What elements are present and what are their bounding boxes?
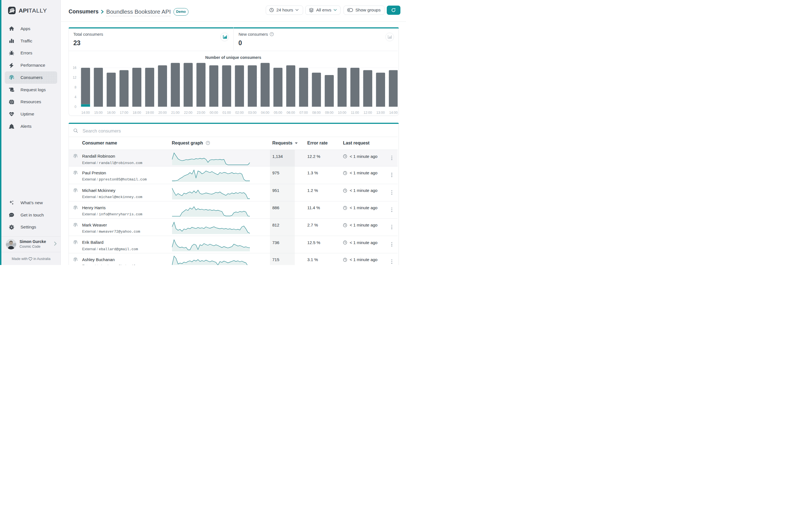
svg-text:18:00: 18:00: [133, 111, 141, 115]
svg-text:08:00: 08:00: [312, 111, 321, 115]
svg-text:03:00: 03:00: [248, 111, 257, 115]
svg-text:09:00: 09:00: [325, 111, 334, 115]
svg-text:?: ?: [207, 141, 208, 144]
svg-text:?: ?: [271, 33, 273, 35]
svg-text:17:00: 17:00: [120, 111, 128, 115]
svg-text:16:00: 16:00: [107, 111, 115, 115]
svg-text:21:00: 21:00: [171, 111, 179, 115]
svg-text:0: 0: [74, 105, 76, 109]
svg-text:04:00: 04:00: [261, 111, 270, 115]
svg-text:13:00: 13:00: [376, 111, 385, 115]
svg-text:14:00: 14:00: [82, 111, 90, 115]
svg-text:22:00: 22:00: [184, 111, 192, 115]
svg-text:8: 8: [74, 85, 76, 89]
svg-text:06:00: 06:00: [287, 111, 295, 115]
svg-text:00:00: 00:00: [210, 111, 218, 115]
svg-text:10:00: 10:00: [338, 111, 346, 115]
svg-text:23:00: 23:00: [197, 111, 205, 115]
svg-text:05:00: 05:00: [274, 111, 282, 115]
svg-text:15:00: 15:00: [94, 111, 103, 115]
svg-text:20:00: 20:00: [158, 111, 167, 115]
svg-text:02:00: 02:00: [235, 111, 244, 115]
svg-text:01:00: 01:00: [222, 111, 231, 115]
svg-text:07:00: 07:00: [300, 111, 308, 115]
svg-text:16: 16: [73, 66, 77, 70]
svg-text:19:00: 19:00: [146, 111, 154, 115]
svg-text:14:00: 14:00: [389, 111, 397, 115]
svg-text:11:00: 11:00: [351, 111, 359, 115]
svg-text:4: 4: [74, 95, 76, 99]
svg-text:12:00: 12:00: [364, 111, 372, 115]
svg-text:12: 12: [73, 76, 77, 80]
